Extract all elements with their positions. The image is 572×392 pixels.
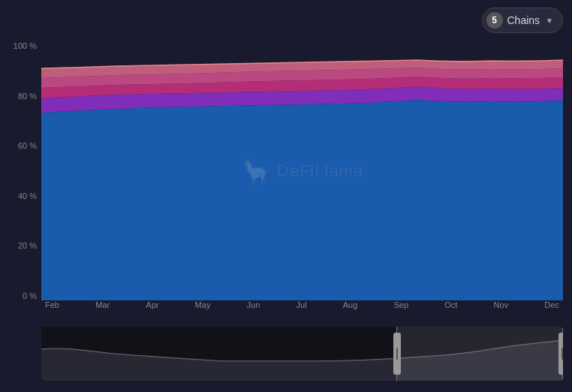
y-label-60: 60 % — [18, 141, 37, 150]
y-label-0: 0 % — [23, 291, 37, 300]
mini-navigator[interactable] — [41, 327, 563, 381]
main-chart-area: 🦙 DeFiLlama — [41, 41, 563, 300]
x-label-feb: Feb — [45, 300, 59, 309]
x-label-dec: Dec — [544, 300, 559, 309]
chains-dropdown-arrow: ▼ — [546, 17, 553, 25]
y-label-40: 40 % — [18, 191, 37, 201]
x-label-may: May — [195, 300, 211, 309]
y-label-80: 80 % — [18, 92, 37, 101]
chains-count-badge: 5 — [486, 12, 503, 29]
svg-rect-5 — [396, 348, 398, 360]
x-label-nov: Nov — [494, 300, 509, 309]
y-axis: 100 % 80 % 60 % 40 % 20 % 0 % — [0, 41, 41, 300]
x-label-sep: Sep — [394, 300, 409, 309]
y-label-20: 20 % — [18, 241, 37, 250]
chart-container: 5 Chains ▼ 100 % 80 % 60 % 40 % 20 % 0 % — [0, 0, 572, 392]
x-label-mar: Mar — [95, 300, 110, 309]
x-label-jul: Jul — [297, 300, 307, 309]
svg-rect-7 — [561, 348, 563, 360]
svg-rect-1 — [396, 327, 563, 381]
x-label-aug: Aug — [343, 300, 358, 309]
x-label-oct: Oct — [444, 300, 457, 309]
x-axis: Feb Mar Apr May Jun Jul Aug Sep Oct Nov … — [41, 300, 563, 309]
chains-button[interactable]: 5 Chains ▼ — [482, 8, 564, 33]
chart-svg — [41, 41, 563, 300]
chains-label: Chains — [507, 14, 540, 26]
x-label-apr: Apr — [146, 300, 158, 309]
mini-chart-svg — [41, 327, 563, 381]
y-label-100: 100 % — [14, 41, 37, 50]
x-label-jun: Jun — [247, 300, 260, 309]
